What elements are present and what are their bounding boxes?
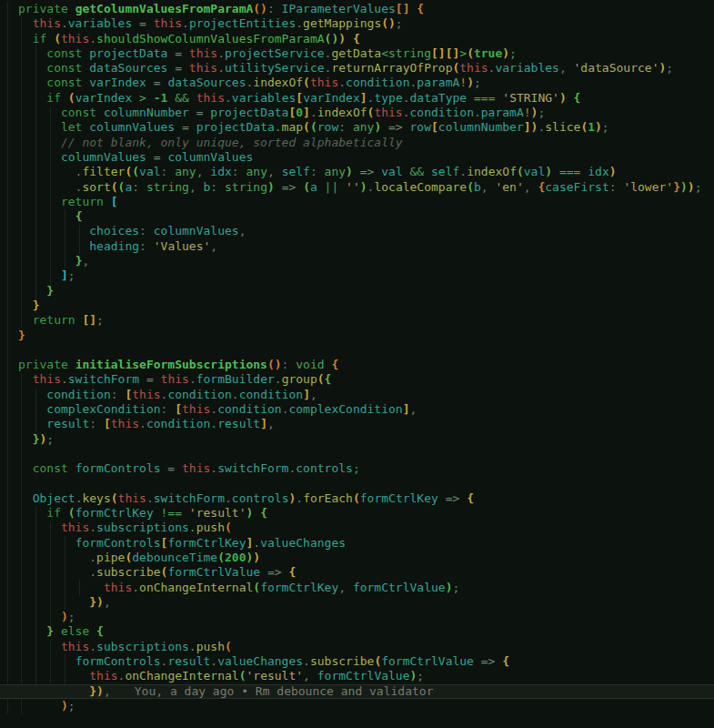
code-line[interactable]: complexCondition: [this.condition.comple… xyxy=(0,402,714,417)
code-token xyxy=(18,372,33,386)
code-token: columnNumber xyxy=(438,120,524,134)
code-token: onChangeInternal xyxy=(125,669,238,682)
code-line[interactable]: result: [this.condition.result], xyxy=(0,417,714,431)
code-token: projectEntities xyxy=(189,16,296,30)
code-line[interactable]: .filter((val: any, idx: any, self: any) … xyxy=(0,165,714,179)
code-token: } xyxy=(18,329,25,342)
code-line[interactable]: { xyxy=(0,209,714,224)
code-token: . xyxy=(303,654,310,668)
code-line[interactable]: .pipe(debounceTime(200)) xyxy=(0,551,714,565)
code-token: , xyxy=(196,165,211,178)
code-token: complexCondition xyxy=(288,402,402,416)
code-token: . xyxy=(182,16,189,30)
code-line[interactable]: ]; xyxy=(0,268,714,283)
code-line[interactable]: if (varIndex > -1 && this.variables[varI… xyxy=(0,91,714,106)
code-line[interactable]: choices: columnValues, xyxy=(0,224,714,238)
code-token: any xyxy=(325,165,346,178)
code-token: = xyxy=(161,461,182,475)
code-line[interactable] xyxy=(0,343,714,358)
code-token: [ xyxy=(111,195,118,208)
code-token: return xyxy=(61,195,104,208)
code-line[interactable]: this.subscriptions.push( xyxy=(0,521,714,535)
code-line[interactable]: heading: 'Values', xyxy=(0,239,714,254)
code-line[interactable]: ); xyxy=(0,699,714,713)
code-token: ( xyxy=(68,91,75,105)
code-token: 0 xyxy=(296,106,303,119)
code-line[interactable]: this.switchForm = this.formBuilder.group… xyxy=(0,372,714,387)
code-line[interactable]: }, xyxy=(0,254,714,268)
code-line[interactable]: const projectData = this.projectService.… xyxy=(0,46,714,61)
code-token: . xyxy=(18,165,82,178)
code-token: . xyxy=(146,491,154,505)
code-token xyxy=(18,32,33,46)
code-token: forEach xyxy=(303,491,353,505)
code-token xyxy=(18,521,61,534)
code-line[interactable]: } xyxy=(0,329,714,343)
code-line[interactable]: this.onChangeInternal('result', formCtrl… xyxy=(0,669,714,683)
code-line[interactable]: }),You, a day ago • Rm debounce and vali… xyxy=(0,684,714,699)
code-token: variables xyxy=(68,16,132,30)
code-line[interactable]: const dataSources = this.utilityService.… xyxy=(0,61,714,76)
code-line[interactable]: if (formCtrlKey !== 'result') { xyxy=(0,506,714,521)
code-line[interactable]: private getColumnValuesFromParamA(): IPa… xyxy=(0,2,714,16)
code-line[interactable]: } xyxy=(0,284,714,298)
code-token: : xyxy=(111,388,126,401)
code-token xyxy=(18,699,61,713)
code-token xyxy=(18,624,46,638)
code-token xyxy=(18,654,75,668)
code-line[interactable]: // not blank, only unique, sorted alphab… xyxy=(0,136,714,150)
code-token: ( xyxy=(225,640,232,653)
code-token xyxy=(18,76,46,89)
code-line[interactable]: } else { xyxy=(0,624,714,639)
code-token: ) xyxy=(61,610,68,623)
code-line[interactable]: this.onChangeInternal(formCtrlKey, formC… xyxy=(0,581,714,595)
code-token: ; xyxy=(509,46,517,60)
code-line[interactable]: Object.keys(this.switchForm.controls).fo… xyxy=(0,491,714,506)
code-token: dataSources xyxy=(89,61,167,75)
code-line[interactable]: ); xyxy=(0,610,714,624)
code-token: ( xyxy=(132,165,139,178)
code-line[interactable]: formControls[formCtrlKey].valueChanges xyxy=(0,536,714,551)
code-editor[interactable]: private getColumnValuesFromParamA(): IPa… xyxy=(0,0,714,728)
code-token: controls xyxy=(232,491,289,505)
code-line[interactable]: return []; xyxy=(0,313,714,328)
code-line[interactable]: const varIndex = dataSources.indexOf(thi… xyxy=(0,76,714,90)
code-token: this xyxy=(118,491,146,505)
code-token: === xyxy=(467,91,502,105)
code-line[interactable]: condition: [this.condition.condition], xyxy=(0,388,714,402)
code-token: = xyxy=(175,120,196,134)
code-line[interactable]: if (this.shouldShowColumnValuesFromParam… xyxy=(0,32,714,46)
code-token xyxy=(18,491,33,505)
code-line[interactable]: const formControls = this.switchForm.con… xyxy=(0,461,714,476)
code-line[interactable]: private initialiseFormSubscriptions(): v… xyxy=(0,358,714,372)
code-line[interactable]: this.subscriptions.push( xyxy=(0,640,714,654)
code-line[interactable]: this.variables = this.projectEntities.ge… xyxy=(0,16,714,31)
code-token: . xyxy=(296,16,303,30)
code-token: : xyxy=(210,180,225,194)
code-line[interactable]: }); xyxy=(0,432,714,447)
code-line[interactable] xyxy=(0,447,714,461)
code-line[interactable]: columnValues = columnValues xyxy=(0,150,714,165)
code-token: . xyxy=(210,461,217,475)
code-token: ( xyxy=(517,165,524,178)
code-line[interactable]: .sort((a: string, b: string) => (a || ''… xyxy=(0,180,714,195)
code-line[interactable] xyxy=(0,477,714,491)
code-token xyxy=(18,46,46,60)
code-line[interactable]: .subscribe(formCtrlValue => { xyxy=(0,565,714,580)
code-line[interactable]: } xyxy=(0,298,714,313)
code-line[interactable]: formControls.result.valueChanges.subscri… xyxy=(0,654,714,669)
code-token: '' xyxy=(346,180,360,194)
code-line[interactable]: return [ xyxy=(0,195,714,209)
code-token: === xyxy=(552,165,588,178)
code-line[interactable]: const columnNumber = projectData[0].inde… xyxy=(0,106,714,120)
code-line[interactable]: let columnValues = projectData.map((row:… xyxy=(0,120,714,135)
code-token: formControls xyxy=(75,536,161,550)
code-token: string xyxy=(225,180,267,194)
code-token: formCtrlKey xyxy=(260,581,338,594)
code-token: { xyxy=(574,91,581,105)
code-token: ; xyxy=(46,432,54,446)
code-token: . xyxy=(139,417,146,430)
code-token: = xyxy=(189,106,210,119)
code-line[interactable]: }), xyxy=(0,595,714,610)
code-token: ( xyxy=(111,491,118,505)
